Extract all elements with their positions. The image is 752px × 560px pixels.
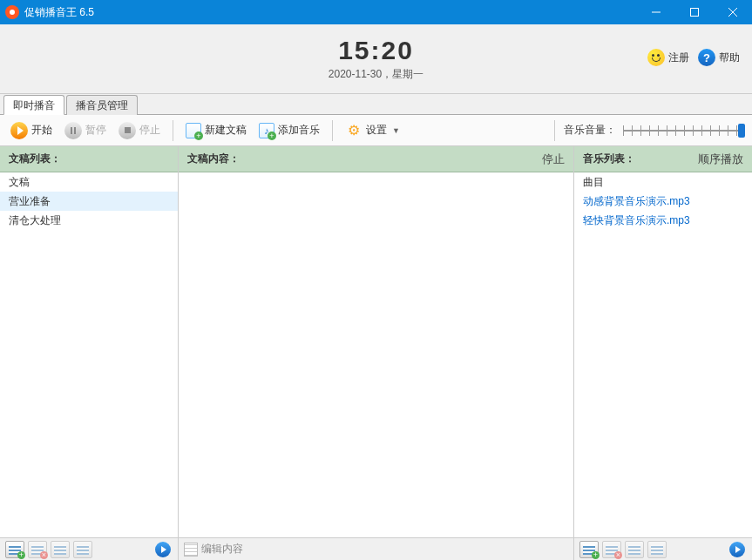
chevron-down-icon: ▼: [392, 126, 400, 135]
musiclist-movedown-button[interactable]: [647, 541, 667, 558]
doccontent-bottom-tools: 编辑内容: [179, 538, 574, 560]
musiclist-bottom-tools: [574, 538, 752, 560]
settings-button[interactable]: ⚙设置▼: [342, 119, 403, 142]
clock-time: 15:20: [329, 36, 423, 65]
volume-label: 音乐音量：: [564, 123, 616, 138]
titlebar: 促销播音王 6.5: [0, 0, 752, 24]
play-icon: [10, 122, 28, 139]
clock-date: 2020-11-30，星期一: [329, 67, 423, 82]
stop-button[interactable]: 停止: [115, 119, 164, 142]
doclist-add-button[interactable]: [5, 541, 24, 558]
add-music-button[interactable]: 添加音乐: [255, 120, 323, 141]
clock: 15:20 2020-11-30，星期一: [329, 36, 423, 82]
music-item[interactable]: 动感背景音乐演示.mp3: [574, 192, 752, 211]
tab-announcer-manage[interactable]: 播音员管理: [66, 95, 138, 115]
maximize-button[interactable]: [675, 0, 714, 24]
toolbar: 开始 暂停 停止 新建文稿 添加音乐 ⚙设置▼ 音乐音量：: [0, 115, 752, 146]
doclist-delete-button[interactable]: [28, 541, 47, 558]
playback-status: 停止: [542, 152, 565, 167]
header: 15:20 2020-11-30，星期一 注册 ? 帮助: [0, 24, 752, 94]
edit-icon: [184, 543, 198, 557]
volume-slider[interactable]: [623, 125, 745, 136]
doclist-header: 文稿列表：: [0, 146, 178, 172]
minimize-button[interactable]: [637, 0, 675, 24]
edit-content-button[interactable]: 编辑内容: [184, 542, 243, 557]
musiclist-moveup-button[interactable]: [625, 541, 644, 558]
doclist-body: 文稿 营业准备 清仓大处理: [0, 172, 178, 537]
doclist-play-button[interactable]: [153, 541, 173, 558]
music-volume-control: 音乐音量：: [564, 123, 745, 138]
list-item[interactable]: 清仓大处理: [0, 211, 178, 230]
doccontent-body[interactable]: [179, 172, 573, 537]
doclist-movedown-button[interactable]: [73, 541, 92, 558]
help-button[interactable]: ? 帮助: [698, 49, 740, 66]
separator: [332, 120, 333, 141]
svg-rect-1: [691, 9, 699, 17]
tab-realtime-broadcast[interactable]: 即时播音: [3, 95, 64, 115]
play-mode[interactable]: 顺序播放: [698, 152, 743, 167]
list-item[interactable]: 文稿: [0, 172, 178, 192]
tabs: 即时播音 播音员管理: [0, 94, 752, 115]
bottom-bar: 编辑内容: [0, 537, 752, 560]
doccontent-header: 文稿内容： 停止: [179, 146, 573, 172]
musiclist-delete-button[interactable]: [602, 541, 621, 558]
volume-thumb[interactable]: [738, 124, 745, 138]
gear-icon: ⚙: [345, 122, 362, 139]
musiclist-add-button[interactable]: [579, 541, 599, 558]
list-item[interactable]: 营业准备: [0, 192, 178, 211]
help-icon: ?: [698, 49, 715, 66]
add-music-icon: [259, 123, 274, 138]
doclist-bottom-tools: [0, 538, 179, 560]
smiley-icon: [647, 49, 665, 66]
musiclist-column-header: 曲目: [574, 172, 752, 192]
separator: [554, 120, 555, 141]
document-content-panel: 文稿内容： 停止: [179, 146, 574, 537]
register-button[interactable]: 注册: [647, 49, 689, 66]
pause-button[interactable]: 暂停: [61, 119, 110, 142]
musiclist-body: 曲目 动感背景音乐演示.mp3 轻快背景音乐演示.mp3: [574, 172, 752, 537]
music-list-panel: 音乐列表： 顺序播放 曲目 动感背景音乐演示.mp3 轻快背景音乐演示.mp3: [574, 146, 752, 537]
document-list-panel: 文稿列表： 文稿 营业准备 清仓大处理: [0, 146, 179, 537]
separator: [173, 120, 173, 141]
new-document-button[interactable]: 新建文稿: [182, 120, 250, 141]
stop-icon: [119, 122, 136, 139]
start-button[interactable]: 开始: [7, 119, 56, 142]
music-item[interactable]: 轻快背景音乐演示.mp3: [574, 211, 752, 230]
musiclist-header: 音乐列表： 顺序播放: [574, 146, 752, 172]
close-button[interactable]: [714, 0, 752, 24]
pause-icon: [64, 122, 82, 139]
new-doc-icon: [186, 123, 201, 138]
app-title: 促销播音王 6.5: [24, 5, 94, 20]
app-icon: [5, 5, 19, 19]
doclist-moveup-button[interactable]: [51, 541, 70, 558]
main-area: 文稿列表： 文稿 营业准备 清仓大处理 文稿内容： 停止 音乐列表： 顺序播放 …: [0, 146, 752, 537]
musiclist-play-button[interactable]: [728, 541, 747, 558]
